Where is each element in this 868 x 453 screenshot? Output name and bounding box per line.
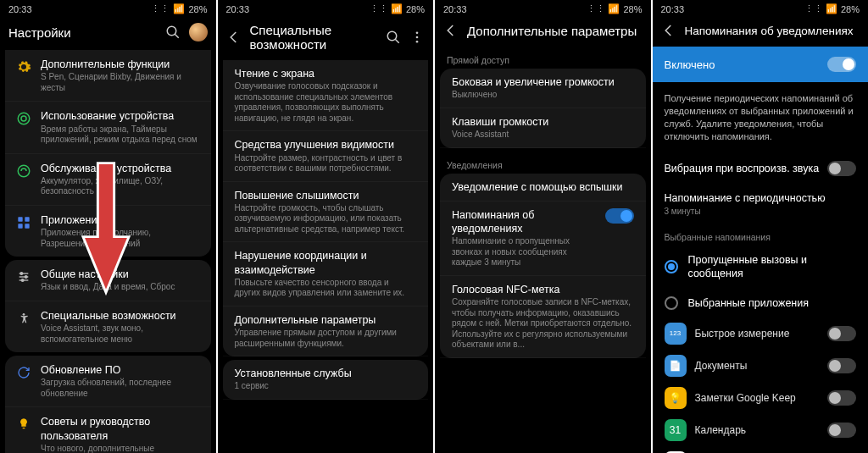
item-digital-wellbeing[interactable]: Использование устройства Время работы эк… (5, 102, 211, 153)
reminders-toggle[interactable] (605, 208, 634, 224)
item-sub: Время работы экрана, Таймеры приложений,… (41, 124, 201, 146)
care-icon (15, 163, 32, 180)
header: Настройки (0, 16, 216, 50)
screen-advanced-params: 20:33 ⋮⋮ 📶28% Дополнительные параметры П… (435, 0, 651, 453)
app-label: Заметки Google Keep (695, 392, 820, 404)
svg-line-1 (175, 34, 179, 38)
page-title: Напоминания об уведомлениях (685, 25, 860, 37)
item-apps[interactable]: Приложения Приложения по умолчанию, Разр… (5, 206, 211, 257)
back-icon[interactable] (226, 30, 242, 45)
app-toggle[interactable] (827, 423, 856, 438)
radio-selected-apps[interactable]: Выбранные приложения (653, 289, 869, 318)
app-toggle[interactable] (827, 390, 856, 406)
svg-rect-7 (18, 224, 22, 228)
svg-point-21 (416, 31, 419, 34)
item-sub: Voice Assistant, звук моно, вспомогатель… (41, 323, 201, 345)
item-flash-notif[interactable]: Уведомление с помощью вспышки (440, 174, 646, 202)
enabled-toggle[interactable] (827, 57, 856, 72)
a11y-list[interactable]: Чтение с экрана Озвучивание голосовых по… (218, 60, 434, 453)
header: Специальные возможности (218, 16, 434, 60)
gear-icon (15, 58, 32, 75)
item-software-update[interactable]: Обновление ПО Загрузка обновлений, после… (5, 356, 211, 407)
item-advanced-features[interactable]: Дополнительные функции S Pen, Сценарии B… (5, 50, 211, 102)
app-icon: 123 (665, 323, 687, 345)
update-icon (15, 364, 32, 381)
svg-rect-6 (25, 217, 29, 221)
status-right: ⋮⋮ 📶 28% (151, 3, 207, 14)
svg-point-22 (416, 36, 419, 39)
item-title: Общие настройки (41, 268, 201, 281)
item-reminders[interactable]: Напоминания об уведомлениях Напоминание … (440, 202, 646, 276)
item-advanced-settings[interactable]: Дополнительные параметры Управление прям… (223, 307, 429, 356)
item-tips[interactable]: Советы и руководство пользователя Что но… (5, 407, 211, 453)
item-title: Обновление ПО (41, 363, 201, 377)
app-row[interactable]: 31Календарь (653, 414, 869, 446)
app-icon: 📄 (665, 355, 687, 377)
group-c: Обновление ПО Загрузка обновлений, после… (5, 356, 211, 453)
header: Дополнительные параметры (435, 16, 651, 47)
item-installed-services[interactable]: Установленные службы 1 сервис (223, 360, 429, 400)
enabled-bar[interactable]: Включено (653, 47, 869, 82)
svg-point-4 (18, 165, 30, 177)
item-title: Обслуживание устройства (41, 162, 201, 175)
app-label: Календарь (695, 424, 820, 436)
item-general[interactable]: Общие настройки Язык и ввод, Дата и врем… (5, 260, 211, 301)
item-interaction[interactable]: Нарушение координации и взаимодействие П… (223, 242, 429, 307)
vibration-toggle[interactable] (827, 161, 856, 176)
apps-icon (15, 214, 32, 231)
settings-list[interactable]: Дополнительные функции S Pen, Сценарии B… (0, 50, 216, 453)
item-visibility[interactable]: Средства улучшения видимости Настройте р… (223, 131, 429, 181)
screen-reminders: 20:33 ⋮⋮ 📶28% Напоминания об уведомления… (653, 0, 869, 453)
section-selected: Выбранные напоминания (653, 224, 869, 246)
row-vibration[interactable]: Вибрация при воспроизв. звука (653, 152, 869, 185)
svg-point-23 (416, 41, 419, 43)
search-icon[interactable] (165, 25, 181, 40)
svg-rect-5 (18, 217, 22, 221)
app-toggle[interactable] (827, 326, 856, 341)
app-row[interactable]: 💡Заметки Google Keep (653, 382, 869, 414)
svg-point-19 (387, 31, 397, 41)
reminders-list[interactable]: Включено Получение периодических напомин… (653, 47, 869, 453)
item-hearing[interactable]: Повышение слышимости Настройте громкость… (223, 182, 429, 243)
app-label: Документы (695, 360, 820, 372)
status-bar: 20:33 ⋮⋮ 📶 28% (0, 0, 216, 16)
accessibility-icon (15, 310, 32, 327)
app-row[interactable]: 123Быстрое измерение (653, 318, 869, 350)
screen-settings: 20:33 ⋮⋮ 📶 28% Настройки Дополнительные … (0, 0, 216, 453)
svg-line-20 (395, 39, 399, 43)
item-accessibility[interactable]: Специальные возможности Voice Assistant,… (5, 301, 211, 352)
svg-point-0 (167, 26, 176, 36)
avatar[interactable] (189, 23, 208, 41)
svg-point-14 (21, 279, 24, 282)
row-period[interactable]: Напоминание с периодичностью 3 минуты (653, 185, 869, 224)
svg-point-2 (18, 113, 30, 125)
item-sub: Что нового, дополнительные возможности G… (41, 444, 201, 453)
item-device-care[interactable]: Обслуживание устройства Аккумулятор, хра… (5, 154, 211, 206)
status-time: 20:33 (443, 4, 467, 14)
target-icon (15, 110, 32, 127)
status-time: 20:33 (8, 4, 32, 14)
group-direct: Боковая и увеличение громкости Выключено… (440, 69, 646, 148)
more-icon[interactable] (409, 30, 425, 45)
status-bar: 20:33 ⋮⋮ 📶28% (653, 0, 869, 16)
item-vol-keys[interactable]: Клавиши громкости Voice Assistant (440, 108, 646, 148)
battery-text: 28% (188, 4, 207, 14)
adv-list[interactable]: Прямой доступ Боковая и увеличение громк… (435, 47, 651, 453)
status-time: 20:33 (226, 4, 250, 14)
app-row[interactable]: 📍Карты (653, 446, 869, 453)
back-icon[interactable] (661, 23, 676, 38)
svg-point-12 (20, 273, 23, 275)
radio-missed-calls[interactable]: Пропущенные вызовы и сообщения (653, 246, 869, 289)
back-icon[interactable] (443, 23, 459, 38)
wifi-icon: ⋮⋮ (151, 3, 170, 14)
app-row[interactable]: 📄Документы (653, 350, 869, 382)
item-side-vol[interactable]: Боковая и увеличение громкости Выключено (440, 69, 646, 108)
item-screen-reader[interactable]: Чтение с экрана Озвучивание голосовых по… (223, 60, 429, 131)
status-right: ⋮⋮ 📶28% (370, 3, 425, 14)
svg-point-13 (25, 276, 27, 279)
app-toggle[interactable] (827, 358, 856, 373)
item-title: Дополнительные функции (41, 58, 201, 71)
search-icon[interactable] (386, 30, 401, 45)
item-nfc-voice[interactable]: Голосовая NFC-метка Сохраняйте голосовые… (440, 276, 646, 358)
status-bar: 20:33 ⋮⋮ 📶28% (435, 0, 651, 16)
